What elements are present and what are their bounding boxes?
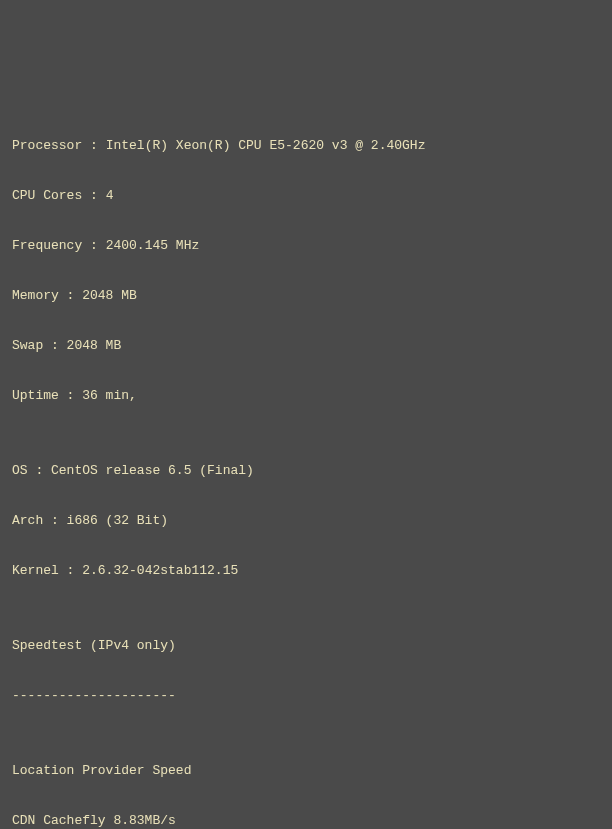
uptime-label: Uptime : bbox=[12, 388, 82, 403]
freq-line: Frequency : 2400.145 MHz bbox=[12, 233, 600, 258]
arch-label: Arch : bbox=[12, 513, 67, 528]
freq-value: 2400.145 MHz bbox=[106, 238, 200, 253]
kernel-label: Kernel : bbox=[12, 563, 82, 578]
speedtest-cdn: CDN Cachefly 8.83MB/s bbox=[12, 808, 600, 829]
arch-line: Arch : i686 (32 Bit) bbox=[12, 508, 600, 533]
speedtest-header: Location Provider Speed bbox=[12, 758, 600, 783]
cores-label: CPU Cores : bbox=[12, 188, 106, 203]
terminal-output: Processor : Intel(R) Xeon(R) CPU E5-2620… bbox=[12, 108, 600, 829]
processor-label: Processor : bbox=[12, 138, 106, 153]
uptime-value: 36 min, bbox=[82, 388, 137, 403]
arch-value: i686 (32 Bit) bbox=[67, 513, 168, 528]
kernel-line: Kernel : 2.6.32-042stab112.15 bbox=[12, 558, 600, 583]
speedtest-title: Speedtest (IPv4 only) bbox=[12, 633, 600, 658]
swap-value: 2048 MB bbox=[67, 338, 122, 353]
swap-line: Swap : 2048 MB bbox=[12, 333, 600, 358]
processor-value: Intel(R) Xeon(R) CPU E5-2620 v3 @ 2.40GH… bbox=[106, 138, 426, 153]
memory-label: Memory : bbox=[12, 288, 82, 303]
processor-line: Processor : Intel(R) Xeon(R) CPU E5-2620… bbox=[12, 133, 600, 158]
os-label: OS : bbox=[12, 463, 51, 478]
uptime-line: Uptime : 36 min, bbox=[12, 383, 600, 408]
cores-value: 4 bbox=[106, 188, 114, 203]
memory-line: Memory : 2048 MB bbox=[12, 283, 600, 308]
os-line: OS : CentOS release 6.5 (Final) bbox=[12, 458, 600, 483]
memory-value: 2048 MB bbox=[82, 288, 137, 303]
swap-label: Swap : bbox=[12, 338, 67, 353]
speedtest-divider: --------------------- bbox=[12, 683, 600, 708]
cores-line: CPU Cores : 4 bbox=[12, 183, 600, 208]
kernel-value: 2.6.32-042stab112.15 bbox=[82, 563, 238, 578]
os-value: CentOS release 6.5 (Final) bbox=[51, 463, 254, 478]
freq-label: Frequency : bbox=[12, 238, 106, 253]
